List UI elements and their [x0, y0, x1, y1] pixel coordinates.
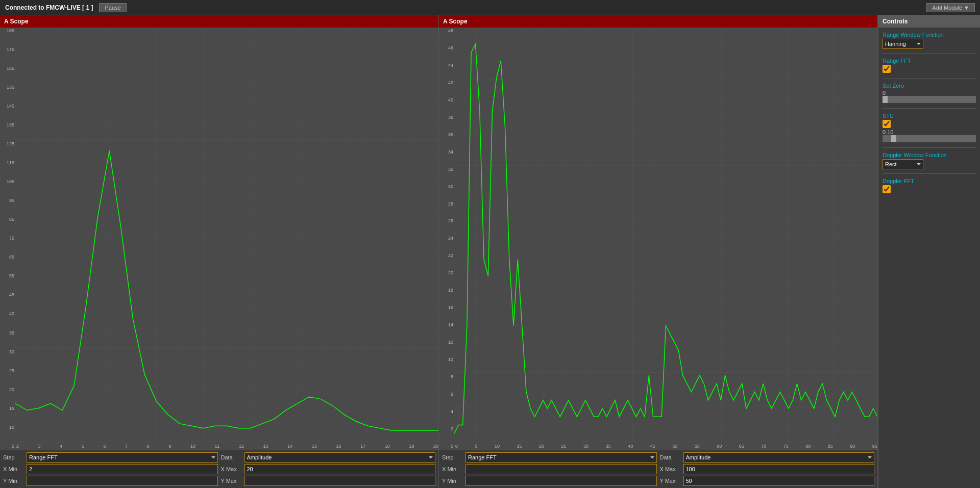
- left-ymax-label: Y Max: [221, 478, 241, 484]
- doppler-fft-checkbox[interactable]: [883, 185, 891, 193]
- doppler-window-label: Doppler Window Function: [883, 152, 976, 158]
- right-scope-title: A Scope: [439, 15, 877, 28]
- controls-content: Range Window Function Hanning Rect Hammi…: [878, 28, 980, 198]
- doppler-window-row: Rect Hanning Hamming Blackman: [883, 159, 976, 169]
- left-data-label: Data: [221, 454, 241, 460]
- stc-section: STC 0.10: [883, 113, 976, 143]
- left-xmin-label: X Min: [3, 466, 23, 472]
- stc-value: 0.10: [883, 129, 976, 135]
- connection-status: Connected to FMCW-LIVE [ 1 ]: [5, 4, 93, 11]
- doppler-window-section: Doppler Window Function Rect Hanning Ham…: [883, 152, 976, 169]
- device-name: FMCW-LIVE: [46, 4, 81, 11]
- doppler-window-select[interactable]: Rect Hanning Hamming Blackman: [883, 159, 923, 169]
- left-chart-area: 185 175 165 155 145 135 125 115 105 95 8…: [0, 28, 438, 450]
- divider-3: [883, 108, 976, 109]
- right-ymin-input[interactable]: [465, 476, 657, 486]
- connection-text: Connected to: [5, 4, 46, 11]
- left-y-axis: 185 175 165 155 145 135 125 115 105 95 8…: [0, 28, 15, 450]
- right-step-label: Step: [442, 454, 462, 460]
- divider-4: [883, 147, 976, 148]
- divider-1: [883, 53, 976, 54]
- right-ymax-label: Y Max: [660, 478, 680, 484]
- range-window-label: Range Window Function: [883, 32, 976, 38]
- set-zero-section: Set Zero 0: [883, 83, 976, 104]
- range-window-select[interactable]: Hanning Rect Hamming Blackman: [883, 39, 923, 49]
- scopes-area: A Scope 185 175 165 155 145 135 125 115 …: [0, 15, 878, 488]
- left-step-label: Step: [3, 454, 23, 460]
- right-controls: Step Range FFT Data Amplitude X Min X Ma…: [439, 450, 877, 488]
- range-fft-checkbox[interactable]: [883, 65, 891, 73]
- pause-button[interactable]: Pause: [99, 3, 126, 12]
- left-data-select[interactable]: Amplitude: [244, 452, 436, 463]
- left-xmax-label: X Max: [221, 466, 241, 472]
- left-ymin-input[interactable]: [27, 476, 218, 486]
- right-data-label: Data: [660, 454, 680, 460]
- controls-panel: Controls Range Window Function Hanning R…: [878, 15, 980, 488]
- right-xmax-input[interactable]: [683, 464, 875, 474]
- right-xmin-label: X Min: [442, 466, 462, 472]
- left-x-axis: 2 3 4 5 6 7 8 9 10 11 12 13 14 15 16 17: [16, 444, 438, 449]
- main-layout: A Scope 185 175 165 155 145 135 125 115 …: [0, 15, 980, 488]
- left-controls: Step Range FFT Data Amplitude X Min X Ma…: [0, 450, 438, 488]
- right-xmax-label: X Max: [660, 466, 680, 472]
- right-xmin-input[interactable]: [465, 464, 657, 474]
- right-data-select[interactable]: Amplitude: [683, 452, 875, 463]
- right-x-axis: 0 5 10 15 20 25 30 35 40 45 50 55 60 65 …: [455, 444, 877, 449]
- right-y-axis: 48 46 44 42 40 38 36 34 32 30 28 26 24 2…: [439, 28, 454, 450]
- right-ymax-input[interactable]: [683, 476, 875, 486]
- right-scope-panel: A Scope 48 46 44 42 40 38 36 34 32 30 28…: [439, 15, 878, 488]
- left-scope-title: A Scope: [0, 15, 438, 28]
- left-ymax-input[interactable]: [244, 476, 436, 486]
- top-bar: Connected to FMCW-LIVE [ 1 ] Pause Add M…: [0, 0, 980, 15]
- left-xmin-input[interactable]: [27, 464, 218, 474]
- divider-5: [883, 173, 976, 174]
- top-bar-left: Connected to FMCW-LIVE [ 1 ] Pause: [5, 3, 127, 12]
- set-zero-label: Set Zero: [883, 83, 976, 89]
- left-scope-panel: A Scope 185 175 165 155 145 135 125 115 …: [0, 15, 439, 488]
- range-fft-label: Range FFT: [883, 58, 976, 64]
- divider-2: [883, 78, 976, 79]
- doppler-fft-section: Doppler FFT: [883, 178, 976, 194]
- right-ymin-label: Y Min: [442, 478, 462, 484]
- left-xmax-input[interactable]: [244, 464, 436, 474]
- stc-label: STC: [883, 113, 976, 119]
- range-window-section: Range Window Function Hanning Rect Hammi…: [883, 32, 976, 49]
- controls-title-bar: Controls: [878, 15, 980, 28]
- stc-checkbox[interactable]: [883, 120, 891, 128]
- left-step-select[interactable]: Range FFT: [27, 452, 218, 463]
- range-fft-section: Range FFT: [883, 58, 976, 74]
- left-chart-svg: [15, 28, 438, 442]
- stc-slider[interactable]: [883, 135, 976, 142]
- set-zero-value: 0: [883, 90, 976, 96]
- add-module-button[interactable]: Add Module ▼: [926, 3, 975, 12]
- right-chart-area: 48 46 44 42 40 38 36 34 32 30 28 26 24 2…: [439, 28, 877, 450]
- right-chart-svg: [454, 28, 877, 442]
- left-ymin-label: Y Min: [3, 478, 23, 484]
- instance-label: [ 1 ]: [82, 4, 93, 11]
- right-step-select[interactable]: Range FFT: [465, 452, 657, 463]
- range-window-row: Hanning Rect Hamming Blackman: [883, 39, 976, 49]
- doppler-fft-label: Doppler FFT: [883, 178, 976, 184]
- set-zero-slider[interactable]: [883, 96, 976, 103]
